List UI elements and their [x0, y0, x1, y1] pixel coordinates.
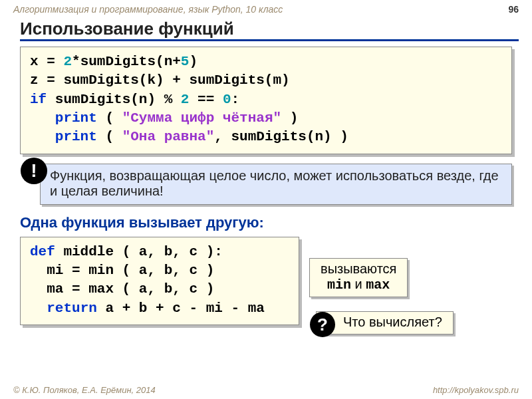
page-number: 96: [508, 4, 519, 15]
callout-text: Функция, возвращающая целое число, может…: [50, 168, 499, 198]
code-line: def middle ( a, b, c ):: [30, 243, 289, 261]
code-line: if sumDigits(n) % 2 == 0:: [30, 90, 502, 109]
code-line: print ( "Она равна", sumDigits(n) ): [30, 128, 502, 146]
question-text: Что вычисляет?: [343, 315, 442, 329]
slide-header: Алгоритмизация и программирование, язык …: [0, 0, 532, 16]
subheading: Одна функция вызывает другую:: [20, 214, 512, 231]
code-line: ma = max ( a, b, c ): [30, 280, 289, 299]
callout-box: ! Функция, возвращающая целое число, мож…: [40, 164, 512, 205]
code-line: print ( "Сумма цифр чётная" ): [30, 109, 502, 128]
code-block-2: def middle ( a, b, c ): mi = min ( a, b,…: [20, 237, 299, 325]
exclamation-icon: !: [21, 158, 47, 184]
inset-line2: min и max: [321, 277, 396, 293]
question-icon: ?: [310, 312, 335, 337]
inset-line1: вызываются: [321, 261, 396, 277]
inset-note: вызываются min и max: [309, 258, 408, 297]
question-box: ? Что вычисляет?: [316, 311, 454, 334]
slide-footer: © К.Ю. Поляков, Е.А. Ерёмин, 2014 http:/…: [13, 385, 519, 395]
code-block-1: x = 2*sumDigits(n+5) z = sumDigits(k) + …: [20, 47, 512, 154]
code-line: x = 2*sumDigits(n+5): [30, 53, 502, 71]
code-line: return a + b + c - mi - ma: [30, 299, 289, 318]
course-label: Алгоритмизация и программирование, язык …: [13, 4, 283, 15]
copyright: © К.Ю. Поляков, Е.А. Ерёмин, 2014: [13, 385, 156, 395]
code-line: z = sumDigits(k) + sumDigits(m): [30, 71, 502, 90]
code-line: mi = min ( a, b, c ): [30, 261, 289, 280]
slide-title: Использование функций: [20, 19, 519, 41]
footer-url: http://kpolyakov.spb.ru: [433, 385, 519, 395]
